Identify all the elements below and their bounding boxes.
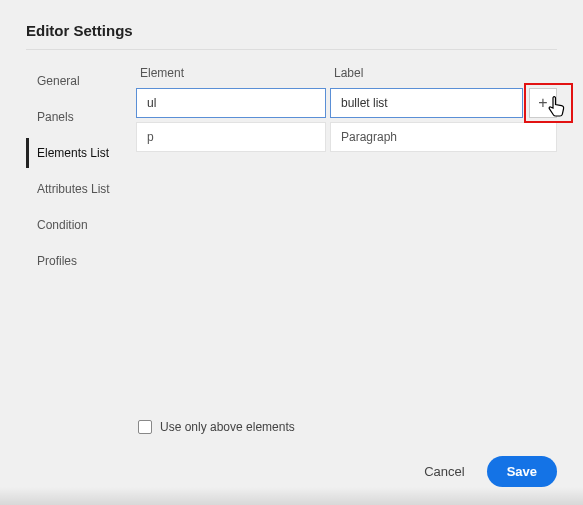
sidebar-item-elements-list[interactable]: Elements List xyxy=(26,138,130,168)
save-button[interactable]: Save xyxy=(487,456,557,487)
plus-icon: + xyxy=(538,94,547,112)
element-cell[interactable]: p xyxy=(136,122,326,152)
label-cell[interactable]: Paragraph xyxy=(330,122,557,152)
elements-list-panel: Element Label + xyxy=(136,66,557,444)
sidebar-item-attributes-list[interactable]: Attributes List xyxy=(26,174,130,204)
sidebar-item-panels[interactable]: Panels xyxy=(26,102,130,132)
add-row-button[interactable]: + xyxy=(529,88,557,118)
sidebar-item-general[interactable]: General xyxy=(26,66,130,96)
element-input[interactable] xyxy=(136,88,326,118)
sidebar-item-profiles[interactable]: Profiles xyxy=(26,246,130,276)
label-input[interactable] xyxy=(330,88,523,118)
settings-sidebar: General Panels Elements List Attributes … xyxy=(26,66,130,444)
use-only-above-label: Use only above elements xyxy=(160,420,295,434)
column-header-element: Element xyxy=(136,66,326,84)
sidebar-item-condition[interactable]: Condition xyxy=(26,210,130,240)
use-only-above-checkbox[interactable] xyxy=(138,420,152,434)
page-title: Editor Settings xyxy=(26,22,557,50)
column-header-label: Label xyxy=(330,66,557,84)
dialog-footer: Cancel Save xyxy=(26,444,557,487)
table-row: p Paragraph xyxy=(136,122,557,152)
table-row: + xyxy=(136,88,557,118)
cancel-button[interactable]: Cancel xyxy=(424,464,464,479)
